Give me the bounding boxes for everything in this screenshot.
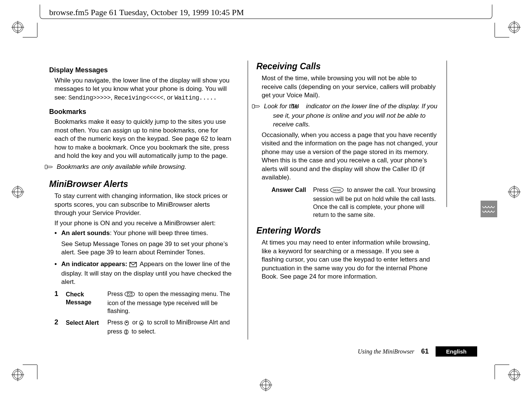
text: Press [313, 187, 330, 193]
code-receiving: Receiving<<<<< [114, 95, 163, 101]
step-2: 2 Select Alert Press or to scroll to Min… [54, 318, 233, 337]
send-button-icon: SEND [330, 187, 344, 195]
text: Press [107, 291, 124, 297]
heading-display-messages: Display Messages [49, 66, 233, 75]
step-number: 1 [54, 290, 66, 299]
svg-point-30 [125, 291, 135, 297]
footer-language-badge: English [436, 346, 477, 357]
para-bookmarks: Bookmarks make it easy to quickly jump t… [49, 118, 233, 160]
bullet-strong: An alert sounds [61, 229, 110, 237]
scroll-down-icon [139, 319, 144, 327]
registration-mark-icon [11, 21, 24, 34]
footer-section: Using the MiniBrowser [358, 348, 414, 355]
scroll-up-icon [124, 319, 129, 327]
registration-mark-icon [508, 368, 521, 381]
para-receiving-2: Occasionally, when you access a page tha… [256, 131, 439, 182]
registration-mark-icon [508, 185, 521, 198]
registration-mark-icon [259, 379, 272, 391]
bullet-indicator-appears: An indicator appears: Appears on the low… [54, 260, 233, 287]
text: Press [107, 319, 124, 326]
footer-page-number: 61 [421, 347, 429, 355]
answer-call-body: Press SEND to answer the call. Your brow… [313, 186, 439, 219]
svg-rect-28 [45, 165, 47, 169]
answer-call-label: Answer Call [271, 186, 313, 194]
select-center-icon [124, 329, 129, 337]
text: to select. [132, 328, 156, 335]
note-receiving: Look for the IU indicator on the lower l… [256, 102, 439, 129]
heading-bookmarks: Bookmarks [49, 108, 233, 117]
registration-mark-icon [11, 185, 24, 198]
text: , or [163, 94, 174, 101]
steps-list: 1 Check Message Press to open the messag… [49, 290, 233, 337]
iu-indicator-icon: IU [300, 103, 303, 111]
para-alerts-2: If your phone is ON and you receive a Mi… [49, 219, 233, 227]
note-text: Bookmarks are only available while brows… [57, 163, 186, 170]
bullet-strong: An indicator appears: [61, 260, 127, 268]
right-column: Receiving Calls Most of the time, while … [248, 61, 439, 340]
para-alerts-1: To stay current with changing informatio… [49, 192, 233, 217]
heading-entering-words: Entering Words [256, 225, 439, 236]
svg-text:SEND: SEND [333, 189, 341, 192]
svg-rect-36 [252, 104, 254, 108]
bullet-sub: See Setup Message Tones on page 39 to se… [61, 240, 233, 257]
bullet-rest: : Your phone will beep three times. [110, 229, 208, 237]
step-number: 2 [54, 318, 66, 327]
left-column: Display Messages While you navigate, the… [49, 61, 233, 340]
www-tab-icon [481, 201, 497, 217]
note-bookmarks: Bookmarks are only available while brows… [49, 163, 233, 172]
page-footer: Using the MiniBrowser 61 English [250, 346, 477, 357]
step-label: Check Message [66, 290, 107, 306]
step-1: 1 Check Message Press to open the messag… [54, 290, 233, 315]
text: , [110, 94, 114, 101]
registration-mark-icon [508, 21, 521, 34]
registration-mark-icon [11, 368, 24, 381]
answer-call-row: Answer Call Press SEND to answer the cal… [271, 186, 439, 219]
page-content: Display Messages While you navigate, the… [49, 61, 439, 340]
step-body: Press or to scroll to MiniBrowse Alrt an… [107, 318, 233, 337]
step-label: Select Alert [66, 318, 107, 327]
alerts-bullets: An alert sounds: Your phone will beep th… [49, 229, 233, 287]
text: or [132, 319, 140, 326]
envelope-icon [129, 261, 137, 270]
document-header: browse.fm5 Page 61 Tuesday, October 19, … [49, 8, 244, 17]
para-receiving-1: Most of the time, while browsing you wil… [256, 74, 439, 100]
step-body: Press to open the messaging menu. The ic… [107, 290, 233, 315]
heading-minibrowser-alerts: MiniBrowser Alerts [49, 178, 233, 190]
heading-receiving-calls: Receiving Calls [256, 61, 439, 72]
para-entering-words: At times you may need to enter informati… [256, 238, 439, 281]
bullet-alert-sounds: An alert sounds: Your phone will beep th… [54, 229, 233, 257]
code-sending: Sending>>>>> [68, 95, 111, 101]
code-waiting: Waiting..... [174, 95, 217, 101]
envelope-button-icon [124, 291, 135, 299]
para-display-messages: While you navigate, the lower line of th… [49, 76, 233, 102]
